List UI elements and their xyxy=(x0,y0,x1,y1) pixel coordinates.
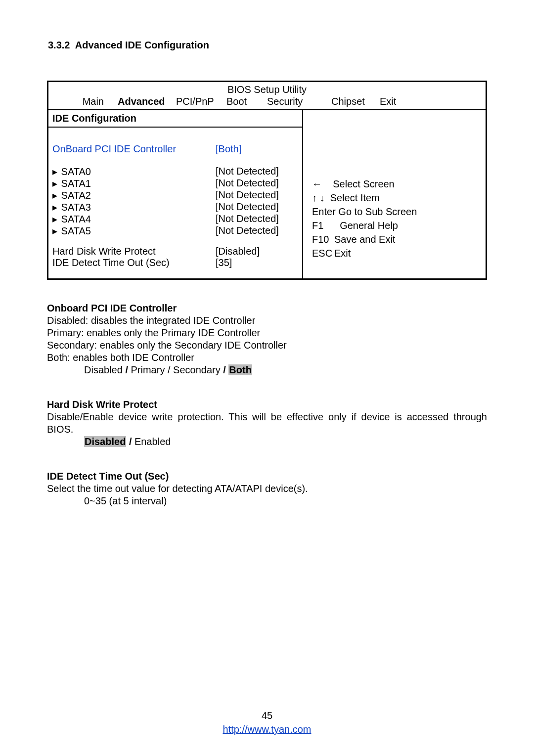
help-select-item: ↑ ↓ Select Item xyxy=(312,191,480,205)
section-heading: 3.3.2 Advanced IDE Configuration xyxy=(47,40,487,51)
desc-line: Both: enables both IDE Controller xyxy=(47,352,487,364)
option-ide-timeout[interactable]: IDE Detect Time Out (Sec) [35] xyxy=(52,257,298,268)
tab-main[interactable]: Main xyxy=(48,96,118,107)
desc-hd-write-protect: Hard Disk Write Protect Disable/Enable d… xyxy=(47,399,487,448)
bios-title: BIOS Setup Utility xyxy=(48,82,486,96)
desc-options: Disabled / Enabled xyxy=(47,436,487,448)
sata-label: SATA0 xyxy=(61,166,91,177)
desc-heading: Onboard PCI IDE Controller xyxy=(47,302,487,314)
sata-value: [Not Detected] xyxy=(216,201,298,213)
arrow-up-icon: ↑ xyxy=(312,192,317,203)
sata-label: SATA5 xyxy=(61,225,91,236)
desc-options: Disabled / Primary / Secondary / Both xyxy=(47,364,487,376)
tab-chipset[interactable]: Chipset xyxy=(316,96,380,107)
sata-row[interactable]: ▸ SATA3 [Not Detected] xyxy=(52,201,298,213)
option-label: OnBoard PCI IDE Controller xyxy=(52,143,216,155)
section-title-text: Advanced IDE Configuration xyxy=(75,40,209,50)
bios-setup-box: BIOS Setup Utility Main Advanced PCI/PnP… xyxy=(47,81,487,280)
sata-label: SATA2 xyxy=(61,190,91,201)
tab-security[interactable]: Security xyxy=(267,96,316,107)
tab-exit[interactable]: Exit xyxy=(380,96,419,107)
triangle-right-icon: ▸ xyxy=(52,166,58,178)
option-hd-write-protect[interactable]: Hard Disk Write Protect [Disabled] xyxy=(52,246,298,257)
triangle-right-icon: ▸ xyxy=(52,213,58,225)
option-default: Both xyxy=(228,364,252,375)
option-value: [Disabled] xyxy=(216,246,298,257)
sata-value: [Not Detected] xyxy=(216,178,298,189)
bios-tab-bar: Main Advanced PCI/PnP Boot Security Chip… xyxy=(48,96,486,110)
sata-value: [Not Detected] xyxy=(216,213,298,225)
sata-value: [Not Detected] xyxy=(216,166,298,178)
option-value: [Both] xyxy=(216,143,298,155)
triangle-right-icon: ▸ xyxy=(52,201,58,213)
triangle-right-icon: ▸ xyxy=(52,189,58,201)
sata-row[interactable]: ▸ SATA5 [Not Detected] xyxy=(52,225,298,237)
sata-label: SATA4 xyxy=(61,214,91,224)
option-label: IDE Detect Time Out (Sec) xyxy=(52,257,216,268)
desc-ide-controller: Onboard PCI IDE Controller Disabled: dis… xyxy=(47,302,487,376)
option-onboard-ide[interactable]: OnBoard PCI IDE Controller [Both] xyxy=(52,143,298,155)
triangle-right-icon: ▸ xyxy=(52,178,58,189)
ide-panel-title: IDE Configuration xyxy=(48,110,302,128)
tab-boot[interactable]: Boot xyxy=(226,96,267,107)
desc-line: Primary: enables only the Primary IDE Co… xyxy=(47,327,487,339)
option-value: [35] xyxy=(216,257,298,268)
desc-line: Secondary: enables only the Secondary ID… xyxy=(47,339,487,352)
sata-value: [Not Detected] xyxy=(216,189,298,201)
sata-row[interactable]: ▸ SATA1 [Not Detected] xyxy=(52,178,298,189)
help-esc: ESCExit xyxy=(312,246,480,260)
footer-link[interactable]: http://www.tyan.com xyxy=(223,724,312,735)
page-number: 45 xyxy=(0,709,534,722)
sata-row[interactable]: ▸ SATA0 [Not Detected] xyxy=(52,166,298,178)
desc-heading: IDE Detect Time Out (Sec) xyxy=(47,470,487,483)
sata-label: SATA3 xyxy=(61,202,91,213)
bios-left-panel: IDE Configuration OnBoard PCI IDE Contro… xyxy=(48,110,303,278)
section-number: 3.3.2 xyxy=(48,40,70,50)
help-f10: F10Save and Exit xyxy=(312,232,480,246)
desc-heading: Hard Disk Write Protect xyxy=(47,399,487,411)
option-label: Hard Disk Write Protect xyxy=(52,246,216,257)
help-enter-sub: Enter Go to Sub Screen xyxy=(312,205,480,219)
page-footer: 45 http://www.tyan.com xyxy=(0,709,534,736)
tab-pcipnp[interactable]: PCI/PnP xyxy=(176,96,226,107)
arrow-down-icon: ↓ xyxy=(320,192,325,203)
sata-value: [Not Detected] xyxy=(216,225,298,237)
option-default: Disabled xyxy=(84,436,126,447)
sata-row[interactable]: ▸ SATA2 [Not Detected] xyxy=(52,189,298,201)
sata-label: SATA1 xyxy=(61,178,91,189)
help-f1: F1 General Help xyxy=(312,219,480,232)
desc-text: Select the time out value for detecting … xyxy=(47,483,487,495)
arrow-left-icon: ← xyxy=(312,178,322,189)
sata-row[interactable]: ▸ SATA4 [Not Detected] xyxy=(52,213,298,225)
bios-help-panel: ← Select Screen ↑ ↓ Select Item Enter Go… xyxy=(303,110,486,278)
desc-line: Disabled: disables the integrated IDE Co… xyxy=(47,314,487,327)
triangle-right-icon: ▸ xyxy=(52,225,58,237)
help-select-screen: ← Select Screen xyxy=(312,177,480,191)
desc-ide-timeout: IDE Detect Time Out (Sec) Select the tim… xyxy=(47,470,487,507)
tab-advanced[interactable]: Advanced xyxy=(118,96,176,107)
desc-range: 0~35 (at 5 interval) xyxy=(47,495,487,507)
desc-text: Disable/Enable device write protection. … xyxy=(47,411,487,436)
